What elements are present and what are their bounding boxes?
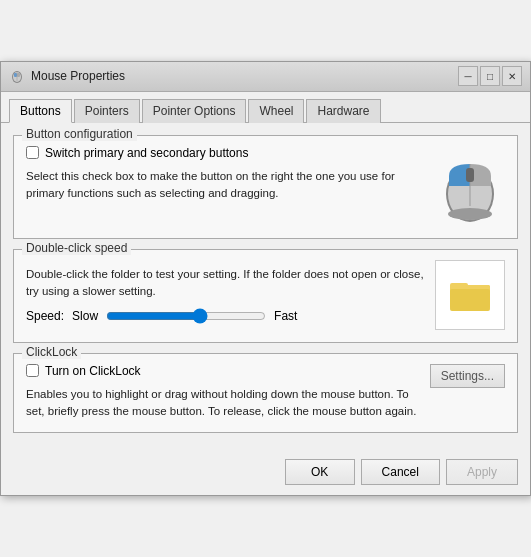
clicklock-label: Turn on ClickLock <box>45 364 141 378</box>
clicklock-title: ClickLock <box>22 345 81 359</box>
folder-test-area[interactable] <box>435 260 505 330</box>
clicklock-description: Enables you to highlight or drag without… <box>26 386 420 421</box>
clicklock-inner: Turn on ClickLock Enables you to highlig… <box>26 364 505 421</box>
apply-button[interactable]: Apply <box>446 459 518 485</box>
double-click-section: Double-click speed Double-click the fold… <box>13 249 518 343</box>
svg-point-9 <box>448 208 492 220</box>
double-click-title: Double-click speed <box>22 241 131 255</box>
slider-container <box>106 308 266 324</box>
speed-label: Speed: <box>26 309 64 323</box>
svg-rect-2 <box>14 73 17 77</box>
tab-pointer-options[interactable]: Pointer Options <box>142 99 247 123</box>
minimize-button[interactable]: ─ <box>458 66 478 86</box>
button-config-description: Select this check box to make the button… <box>26 168 425 203</box>
settings-button[interactable]: Settings... <box>430 364 505 388</box>
tab-pointers[interactable]: Pointers <box>74 99 140 123</box>
tab-hardware[interactable]: Hardware <box>306 99 380 123</box>
button-config-text: Switch primary and secondary buttons Sel… <box>26 146 435 203</box>
cancel-button[interactable]: Cancel <box>361 459 440 485</box>
svg-rect-13 <box>450 289 490 309</box>
close-button[interactable]: ✕ <box>502 66 522 86</box>
button-config-title: Button configuration <box>22 127 137 141</box>
slow-label: Slow <box>72 309 98 323</box>
double-click-description: Double-click the folder to test your set… <box>26 266 427 301</box>
fast-label: Fast <box>274 309 297 323</box>
tab-bar: Buttons Pointers Pointer Options Wheel H… <box>1 92 530 123</box>
title-bar: Mouse Properties ─ □ ✕ <box>1 62 530 92</box>
clicklock-left: Turn on ClickLock Enables you to highlig… <box>26 364 430 421</box>
button-config-section: Button configuration Switch primary and … <box>13 135 518 239</box>
clicklock-row: Turn on ClickLock <box>26 364 420 378</box>
maximize-button[interactable]: □ <box>480 66 500 86</box>
tab-wheel[interactable]: Wheel <box>248 99 304 123</box>
footer: OK Cancel Apply <box>1 451 530 495</box>
mouse-title-icon <box>9 68 25 84</box>
window-controls: ─ □ ✕ <box>458 66 522 86</box>
tab-content: Button configuration Switch primary and … <box>1 123 530 452</box>
mouse-illustration <box>435 146 505 226</box>
svg-rect-3 <box>17 73 20 77</box>
clicklock-checkbox[interactable] <box>26 364 39 377</box>
speed-row: Speed: Slow Fast <box>26 308 427 324</box>
folder-icon <box>450 277 490 313</box>
clicklock-section: ClickLock Turn on ClickLock Enables you … <box>13 353 518 434</box>
switch-buttons-label: Switch primary and secondary buttons <box>45 146 248 160</box>
switch-buttons-checkbox[interactable] <box>26 146 39 159</box>
button-config-inner: Switch primary and secondary buttons Sel… <box>26 146 505 226</box>
window-title: Mouse Properties <box>31 69 458 83</box>
speed-slider[interactable] <box>106 308 266 324</box>
double-click-inner: Double-click the folder to test your set… <box>26 260 505 330</box>
svg-rect-8 <box>466 168 474 182</box>
double-click-text: Double-click the folder to test your set… <box>26 266 427 325</box>
tab-buttons[interactable]: Buttons <box>9 99 72 123</box>
switch-buttons-row: Switch primary and secondary buttons <box>26 146 425 160</box>
ok-button[interactable]: OK <box>285 459 355 485</box>
mouse-properties-window: Mouse Properties ─ □ ✕ Buttons Pointers … <box>0 61 531 497</box>
